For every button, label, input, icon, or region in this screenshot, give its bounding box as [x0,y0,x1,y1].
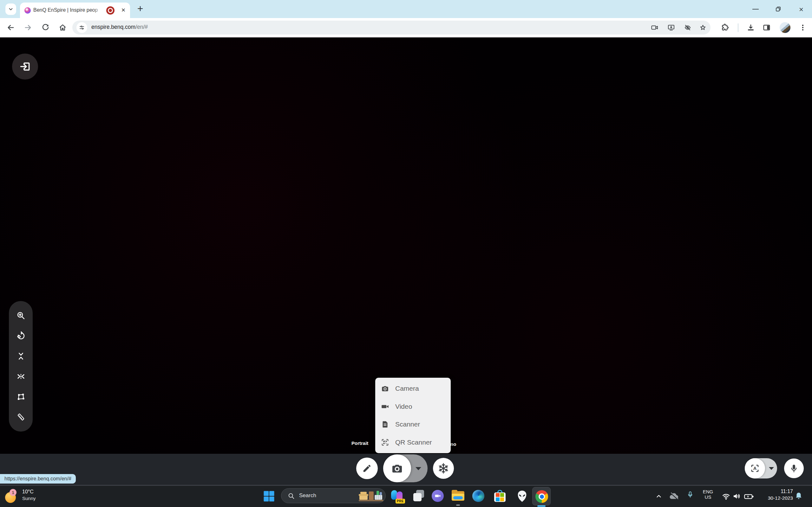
search-highlight-image[interactable] [358,489,386,503]
reload-icon [41,23,50,32]
downloads-button[interactable] [747,23,756,32]
tray-expand-button[interactable] [655,493,662,500]
camera-viewport: ••• Settings Portrait no Camera Video Sc… [0,38,812,454]
forward-button[interactable] [23,23,32,32]
menu-item-camera[interactable]: Camera [375,380,451,397]
edge-button[interactable] [472,490,485,503]
mic-in-use-indicator[interactable] [687,491,694,498]
ruler-button[interactable] [15,411,27,423]
battery-button[interactable] [744,492,754,501]
microphone-icon [789,464,799,473]
browser-menu-button[interactable] [799,23,808,32]
chevron-up-icon [655,493,662,500]
profile-avatar[interactable] [780,22,791,33]
home-button[interactable] [58,23,67,32]
filter-label-mono-partial[interactable]: no [450,441,456,447]
tune-icon [79,24,85,31]
copilot-pre-badge: PRE [396,499,405,504]
chrome-button-active[interactable] [532,487,551,505]
window-close-button[interactable]: × [797,5,806,14]
camera-shutter-icon [391,462,403,475]
url-text[interactable]: enspire.benq.com/en/# [91,24,148,31]
freeze-button[interactable] [433,458,454,479]
menu-item-video[interactable]: Video [375,398,451,415]
weather-condition: Sunny [22,496,36,501]
side-panel-icon [763,23,771,32]
microsoft-store-button[interactable] [494,490,506,503]
capture-mode-caret-icon[interactable] [415,467,421,470]
search-placeholder: Search [299,493,316,499]
ocr-split-button[interactable]: A [745,458,777,478]
file-explorer-running-indicator [456,504,460,506]
status-bubble: https://enspire.benq.com/en/# [0,474,76,484]
capture-photo-button[interactable] [383,454,411,482]
exit-fullscreen-button[interactable] [12,54,38,79]
recording-indicator-icon [106,6,114,14]
capture-mode-menu: Camera Video Scanner QR Scanner [375,378,451,453]
notifications-button[interactable] [794,492,803,500]
reload-button[interactable] [41,23,50,32]
weather-widget[interactable]: 1 10°C Sunny [4,489,36,504]
zoom-in-button[interactable] [15,310,27,321]
perspective-crop-icon [16,392,26,401]
filter-label-portrait[interactable]: Portrait [351,441,368,446]
capture-split-button[interactable] [383,454,427,482]
clock[interactable]: 11:17 30-12-2023 [763,489,793,501]
onedrive-status-button[interactable] [669,491,679,502]
sunny-icon: 1 [4,489,18,504]
site-info-button[interactable] [77,22,87,33]
install-icon [667,24,675,32]
chat-icon [432,490,444,502]
search-box[interactable]: Search [281,488,386,503]
menu-item-scanner[interactable]: Scanner [375,416,451,433]
language-indicator[interactable]: ENG US [700,489,716,500]
language-code: ENG [700,489,716,494]
tab-search-button[interactable] [5,3,16,15]
side-panel-button[interactable] [763,23,771,32]
perspective-crop-button[interactable] [15,391,27,402]
microphone-button[interactable] [784,458,804,478]
bell-icon [794,492,803,500]
address-bar[interactable]: enspire.benq.com/en/# [72,20,711,35]
extensions-button[interactable] [721,23,729,32]
menu-item-qr-scanner[interactable]: QR Scanner [375,434,451,451]
wifi-button[interactable] [721,492,731,501]
camera-permission-button[interactable] [651,24,658,32]
file-explorer-button[interactable] [452,490,464,503]
puzzle-icon [721,23,729,32]
language-region: US [700,494,716,500]
install-app-button[interactable] [667,24,675,32]
speaker-icon [732,492,742,501]
task-view-button[interactable] [413,490,426,503]
cloud-off-icon [669,491,679,502]
mirror-horizontal-button[interactable] [15,371,27,382]
camera-icon [381,384,389,393]
browser-titlebar: BenQ EnSpire | Inspire peop × + × [0,0,812,18]
back-button[interactable] [6,23,15,32]
taskbar: 1 10°C Sunny Search [0,485,812,507]
svg-text:A: A [753,466,757,471]
window-restore-button[interactable] [776,7,781,12]
camera-control-bar: A [0,454,812,485]
rotate-button[interactable] [15,330,27,342]
annotate-button[interactable] [356,458,378,479]
chrome-active-indicator [537,505,546,507]
text-recognition-button[interactable]: A [745,458,765,478]
new-tab-button[interactable]: + [135,3,146,14]
scanner-icon [381,420,389,429]
exit-icon [19,60,31,72]
start-button[interactable] [263,491,275,502]
tab-close-button[interactable]: × [119,6,128,14]
eye-off-button[interactable] [684,24,692,32]
alienware-button[interactable] [517,490,530,503]
qr-scanner-icon [381,438,389,447]
volume-button[interactable] [732,492,742,501]
window-minimize-button[interactable] [752,9,759,9]
ocr-icon: A [750,463,760,473]
copilot-button[interactable]: PRE [391,490,403,503]
collapse-vertical-button[interactable] [15,350,27,362]
browser-tab[interactable]: BenQ EnSpire | Inspire peop × [20,3,130,18]
bookmark-button[interactable] [699,24,707,32]
ocr-mode-caret-icon[interactable] [769,467,774,470]
chat-button[interactable] [432,490,444,503]
